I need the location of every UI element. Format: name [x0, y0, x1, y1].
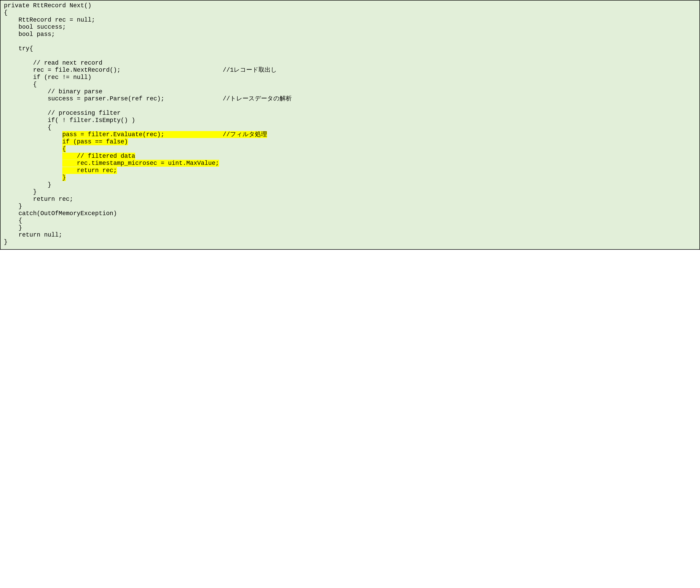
- code-line: catch(OutOfMemoryException): [4, 210, 117, 217]
- code-indent: [4, 153, 62, 160]
- code-comment-jp: //1レコード取出し: [223, 67, 277, 74]
- code-line: rec = file.NextRecord();: [4, 67, 223, 74]
- code-line: {: [4, 9, 8, 16]
- code-indent: [4, 145, 62, 152]
- code-line: bool success;: [4, 24, 66, 31]
- code-line: return null;: [4, 231, 62, 238]
- code-line-highlighted: return rec;: [62, 167, 117, 174]
- code-line: // processing filter: [4, 110, 120, 117]
- code-line-highlighted: }: [62, 174, 66, 181]
- code-indent: [4, 174, 62, 181]
- code-line-highlighted: rec.timestamp_microsec = uint.MaxValue;: [62, 160, 219, 167]
- code-line: // binary parse: [4, 88, 102, 95]
- code-line: }: [4, 224, 22, 231]
- code-indent: [4, 138, 62, 145]
- code-line: }: [4, 203, 22, 210]
- code-line: }: [4, 239, 8, 245]
- code-indent: [4, 167, 62, 174]
- code-line: return rec;: [4, 196, 73, 203]
- code-line-highlighted: pass = filter.Evaluate(rec);: [62, 131, 223, 138]
- code-comment-jp-highlighted: //フィルタ処理: [223, 131, 267, 138]
- code-line: try{: [4, 45, 33, 52]
- code-comment-jp: //トレースデータの解析: [223, 95, 292, 102]
- code-indent: [4, 131, 62, 138]
- code-line-highlighted: if (pass == false): [62, 138, 128, 145]
- code-line: bool pass;: [4, 31, 55, 38]
- code-line: }: [4, 181, 51, 188]
- code-line: RttRecord rec = null;: [4, 17, 95, 23]
- code-line: {: [4, 81, 37, 88]
- code-line: private RttRecord Next(): [4, 2, 91, 9]
- code-line: success = parser.Parse(ref rec);: [4, 95, 223, 102]
- code-indent: [4, 160, 62, 167]
- code-line: {: [4, 217, 22, 224]
- code-line: }: [4, 188, 37, 195]
- code-line-highlighted: // filtered data: [62, 153, 135, 160]
- code-block: private RttRecord Next() { RttRecord rec…: [0, 0, 700, 250]
- code-line: {: [4, 124, 51, 131]
- code-line: if( ! filter.IsEmpty() ): [4, 117, 135, 124]
- code-line: if (rec != null): [4, 74, 91, 81]
- code-line-highlighted: {: [62, 145, 66, 152]
- code-line: // read next record: [4, 60, 102, 66]
